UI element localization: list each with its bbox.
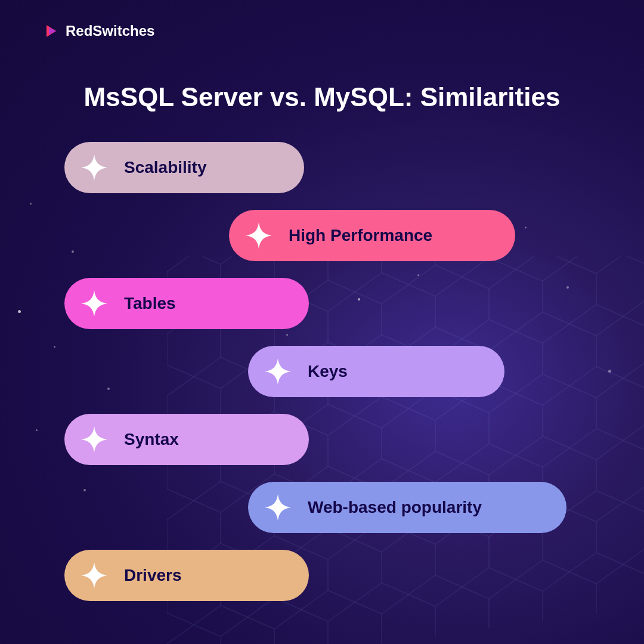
pill-high-performance: High Performance: [229, 210, 515, 261]
brand-logo: RedSwitches: [43, 23, 154, 39]
sparkle-icon: [265, 494, 291, 521]
pill-label: Drivers: [124, 566, 182, 585]
pill-label: High Performance: [289, 226, 432, 245]
page-title: MsSQL Server vs. MySQL: Similarities: [0, 82, 644, 112]
pill-label: Tables: [124, 294, 176, 313]
pill-web-based-popularity: Web-based popularity: [248, 482, 566, 533]
brand-name: RedSwitches: [66, 23, 154, 39]
sparkle-icon: [81, 154, 107, 181]
sparkle-icon: [81, 562, 107, 589]
pill-label: Web-based popularity: [308, 498, 482, 517]
pill-label: Scalability: [124, 158, 207, 177]
sparkle-icon: [246, 222, 272, 249]
pill-label: Syntax: [124, 430, 179, 449]
logo-play-icon: [43, 23, 60, 39]
pill-drivers: Drivers: [64, 550, 309, 601]
sparkle-icon: [81, 290, 107, 317]
sparkle-icon: [265, 358, 291, 385]
pill-keys: Keys: [248, 346, 504, 397]
pill-scalability: Scalability: [64, 142, 304, 193]
sparkle-icon: [81, 426, 107, 453]
pill-syntax: Syntax: [64, 414, 309, 465]
pill-tables: Tables: [64, 278, 309, 329]
pill-label: Keys: [308, 362, 348, 381]
